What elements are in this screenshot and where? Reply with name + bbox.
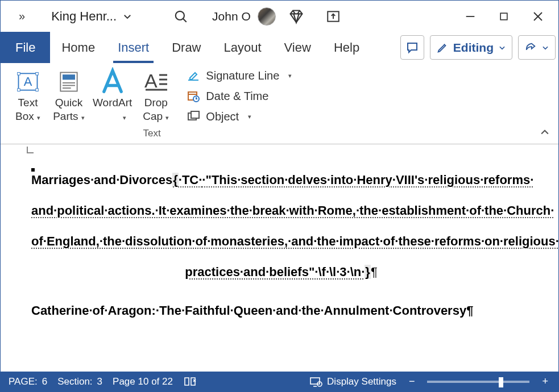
- pencil-icon: [436, 41, 449, 54]
- chevron-down-icon: ▾: [123, 114, 126, 121]
- zoom-out-button[interactable]: −: [407, 376, 417, 387]
- chevron-down-icon: [541, 44, 549, 52]
- drop-cap-button[interactable]: A Drop Cap ▾: [136, 66, 175, 126]
- ruler-tab-stop: [27, 147, 34, 153]
- tab-view[interactable]: View: [273, 32, 322, 63]
- svg-line-1: [183, 18, 187, 22]
- tab-draw[interactable]: Draw: [160, 32, 212, 63]
- svg-point-0: [176, 11, 184, 19]
- text-box-button[interactable]: A Text Box ▾: [9, 66, 47, 126]
- minimize-button[interactable]: [455, 6, 486, 27]
- object-icon: [187, 110, 200, 123]
- chevron-down-icon: ▾: [288, 72, 292, 80]
- status-page[interactable]: PAGE: 6: [9, 376, 47, 387]
- tc-field-text-3: of·England,·the·dissolution·of·monasteri…: [31, 234, 558, 248]
- maximize-button[interactable]: [489, 6, 519, 27]
- status-spellcheck[interactable]: [183, 376, 197, 387]
- heading-paragraph[interactable]: Marriages·and·Divorces{·TC··"This·sectio…: [31, 161, 531, 195]
- book-error-icon: [183, 376, 197, 387]
- heading-paragraph-line4[interactable]: practices·and·beliefs"·\f·\l·3·\n·}¶: [31, 257, 531, 287]
- zoom-in-button[interactable]: +: [540, 376, 550, 387]
- avatar: [258, 7, 276, 26]
- ribbon-group-label: Text: [9, 126, 295, 144]
- ribbon-panel-insert-text: A Text Box ▾ Quick Parts ▾ WordArt ▾: [1, 63, 558, 144]
- editing-mode-button[interactable]: Editing: [430, 35, 512, 60]
- signature-line-label: Signature Line: [206, 69, 279, 82]
- svg-rect-14: [63, 74, 75, 80]
- tab-insert[interactable]: Insert: [106, 32, 160, 63]
- object-label: Object: [206, 110, 239, 123]
- tc-field-keyword: ·TC·: [179, 173, 202, 187]
- status-page-of[interactable]: Page 10 of 22: [113, 376, 173, 387]
- subheading-paragraph[interactable]: Catherine·of·Aragon:·The·Faithful·Queen·…: [31, 295, 531, 326]
- date-time-label: Date & Time: [206, 90, 268, 103]
- title-bar: » King Henr... John O: [1, 1, 558, 32]
- calendar-clock-icon: [187, 89, 200, 103]
- pilcrow-mark: ¶: [371, 265, 378, 279]
- svg-rect-30: [310, 378, 320, 384]
- chevron-down-icon: ▾: [248, 113, 251, 120]
- document-title[interactable]: King Henr...: [51, 9, 132, 24]
- tc-field-text-4: practices·and·beliefs"·\f·\l·3·\n·: [185, 265, 365, 279]
- quick-parts-button[interactable]: Quick Parts ▾: [49, 66, 88, 126]
- ribbon-tabs: File Home Insert Draw Layout View Help E…: [1, 32, 558, 63]
- tc-field-text-1: ·"This·section·delves·into·Henry·VIII's·…: [202, 173, 533, 187]
- document-page: Marriages·and·Divorces{·TC··"This·sectio…: [1, 144, 558, 326]
- comments-button[interactable]: [400, 35, 424, 60]
- field-open-brace: {: [172, 173, 179, 187]
- drop-cap-label: Drop Cap: [143, 97, 168, 122]
- quick-parts-icon: [56, 68, 81, 96]
- heading-lead-text: Marriages·and·Divorces: [31, 173, 172, 187]
- svg-rect-11: [36, 89, 39, 91]
- tab-file[interactable]: File: [1, 32, 50, 63]
- premium-diamond-icon[interactable]: [279, 4, 313, 29]
- comment-icon: [405, 41, 419, 55]
- chevron-down-icon: ▾: [165, 114, 169, 121]
- zoom-slider-thumb[interactable]: [499, 377, 503, 387]
- search-button[interactable]: [170, 6, 192, 27]
- tab-home[interactable]: Home: [50, 32, 106, 63]
- send-to-top-icon[interactable]: [317, 5, 350, 28]
- chevron-down-icon: ▾: [81, 114, 85, 121]
- document-area[interactable]: Marriages·and·Divorces{·TC··"This·sectio…: [1, 144, 558, 372]
- chevron-up-icon: [539, 127, 550, 138]
- svg-rect-10: [18, 89, 20, 91]
- svg-rect-8: [18, 73, 20, 76]
- ribbon-group-text: A Text Box ▾ Quick Parts ▾ WordArt ▾: [9, 66, 295, 144]
- share-button[interactable]: [518, 35, 556, 60]
- status-bar: PAGE: 6 Section: 3 Page 10 of 22 Display…: [1, 372, 558, 391]
- date-time-button[interactable]: Date & Time: [183, 87, 295, 105]
- svg-rect-4: [500, 13, 507, 20]
- share-icon: [524, 41, 537, 54]
- wordart-icon: [98, 68, 127, 96]
- heading-paragraph-line2[interactable]: and·political·actions.·It·examines·the·b…: [31, 195, 531, 226]
- user-name: John O: [212, 10, 251, 23]
- collapse-ribbon-button[interactable]: [539, 127, 550, 138]
- signature-icon: [187, 69, 200, 82]
- svg-text:A: A: [144, 70, 158, 91]
- text-box-icon: A: [15, 68, 40, 96]
- quick-parts-label: Quick Parts: [53, 97, 82, 122]
- monitor-gear-icon: [309, 376, 322, 387]
- bullet-icon: [31, 168, 35, 172]
- object-button[interactable]: Object ▾: [183, 107, 295, 126]
- signature-line-button[interactable]: Signature Line ▾: [183, 66, 295, 85]
- subheading-text: Catherine·of·Aragon:·The·Faithful·Queen·…: [31, 303, 473, 318]
- qat-overflow-icon[interactable]: »: [13, 6, 31, 26]
- text-box-label: Text Box: [15, 97, 38, 122]
- tc-field-text-2: and·political·actions.·It·examines·the·b…: [31, 203, 554, 218]
- display-settings-button[interactable]: Display Settings: [309, 376, 396, 387]
- account-area[interactable]: John O: [212, 7, 276, 26]
- chevron-down-icon: [122, 11, 132, 22]
- editing-mode-label: Editing: [453, 41, 494, 55]
- svg-text:A: A: [24, 74, 32, 89]
- tab-help[interactable]: Help: [322, 32, 371, 63]
- wordart-button[interactable]: WordArt ▾: [90, 66, 134, 126]
- zoom-slider[interactable]: [427, 381, 529, 383]
- wordart-label: WordArt: [93, 97, 132, 109]
- close-button[interactable]: [522, 5, 554, 28]
- heading-paragraph-line3[interactable]: of·England,·the·dissolution·of·monasteri…: [31, 226, 531, 257]
- tab-layout[interactable]: Layout: [213, 32, 273, 63]
- status-section[interactable]: Section: 3: [57, 376, 102, 387]
- chevron-down-icon: ▾: [37, 114, 40, 121]
